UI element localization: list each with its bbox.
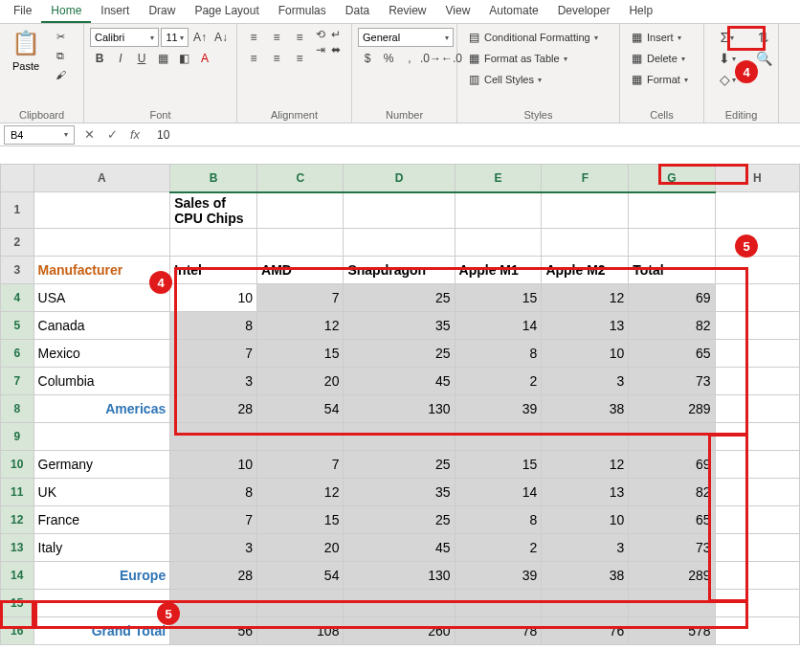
indent-icon[interactable]: ⇥ [316,43,325,56]
cell-data-r12-c4[interactable]: 10 [542,505,629,533]
cell-data-r4-c4[interactable]: 12 [542,283,629,311]
row-header-5[interactable]: 5 [1,311,34,339]
cell-grand-4[interactable]: 76 [542,616,629,644]
cell-data-r5-c3[interactable]: 14 [455,311,542,339]
cell-subtotal-1-2[interactable]: 130 [344,561,455,589]
cell-header-0[interactable]: Intel [170,256,257,283]
menu-help[interactable]: Help [619,0,662,23]
cell-blank[interactable] [542,192,629,229]
sort-filter-button[interactable]: ⇅ [746,28,781,47]
cell-B1[interactable]: Sales of CPU Chips [170,192,257,229]
col-header-H[interactable]: H [715,165,799,192]
cell-data-r10-c0[interactable]: 10 [170,450,257,478]
cell-blank[interactable] [257,192,344,229]
cell-header-5[interactable]: Total [629,256,715,283]
cell-data-r11-c1[interactable]: 12 [257,478,344,505]
cell-data-r12-c2[interactable]: 25 [344,505,455,533]
cell-blank[interactable] [257,228,344,256]
cell-blank[interactable] [33,228,170,256]
cell-data-r11-c2[interactable]: 35 [344,478,455,505]
cell-subtotal-0-4[interactable]: 38 [542,394,629,422]
cut-icon[interactable]: ✂ [50,28,71,45]
cell-subtotal-0-2[interactable]: 130 [344,394,455,422]
cell-grand-2[interactable]: 260 [344,616,455,644]
col-header-F[interactable]: F [542,165,629,192]
comma-icon[interactable]: , [400,49,419,68]
cell-blank[interactable] [715,589,799,616]
align-left-icon[interactable]: ≡ [243,49,264,68]
cell-data-r11-c0[interactable]: 8 [170,478,257,505]
cell-blank[interactable] [542,589,629,616]
row-header-3[interactable]: 3 [1,256,34,283]
cell-header-2[interactable]: Snapdragon [344,256,455,283]
font-name-select[interactable]: Calibri▾ [90,28,159,47]
select-all-corner[interactable] [1,165,34,192]
font-size-select[interactable]: 11▾ [161,28,189,47]
italic-button[interactable]: I [111,49,130,68]
cancel-icon[interactable]: ✕ [80,127,98,142]
cell-A11[interactable]: UK [33,478,170,505]
cell-data-r12-c1[interactable]: 15 [257,505,344,533]
underline-button[interactable]: U [132,49,151,68]
cell-blank[interactable] [170,422,257,450]
row-header-13[interactable]: 13 [1,533,34,561]
cell-A1[interactable] [33,192,170,229]
cell-blank[interactable] [33,589,170,616]
cell-data-r4-c1[interactable]: 7 [257,283,344,311]
cell-A12[interactable]: France [33,505,170,533]
cell-data-r10-c1[interactable]: 7 [257,450,344,478]
cell-header-3[interactable]: Apple M1 [455,256,542,283]
cell-data-r10-c3[interactable]: 15 [455,450,542,478]
col-header-D[interactable]: D [344,165,455,192]
cell-data-r4-c0[interactable]: 10 [170,283,257,311]
cell-data-r13-c0[interactable]: 3 [170,533,257,561]
decrease-font-icon[interactable]: A↓ [211,28,231,47]
cell-blank[interactable] [715,394,799,422]
cell-blank[interactable] [629,192,715,229]
menu-page-layout[interactable]: Page Layout [185,0,268,23]
percent-icon[interactable]: % [379,49,398,68]
increase-decimal-icon[interactable]: .0→ [421,49,440,68]
row-header-15[interactable]: 15 [1,589,34,616]
cell-data-r12-c5[interactable]: 65 [629,505,715,533]
cell-blank[interactable] [257,422,344,450]
conditional-formatting-button[interactable]: ▤Conditional Formatting▾ [463,28,613,47]
cell-blank[interactable] [715,283,799,311]
menu-home[interactable]: Home [41,0,91,23]
menu-formulas[interactable]: Formulas [269,0,336,23]
cell-blank[interactable] [715,561,799,589]
insert-cells-button[interactable]: ▦Insert▾ [626,28,698,47]
row-header-2[interactable]: 2 [1,228,34,256]
cell-data-r5-c5[interactable]: 82 [629,311,715,339]
cell-subtotal-label-1[interactable]: Europe [33,561,170,589]
cell-subtotal-0-5[interactable]: 289 [629,394,715,422]
cell-data-r13-c5[interactable]: 73 [629,533,715,561]
format-painter-icon[interactable]: 🖌 [50,66,71,83]
cell-data-r11-c4[interactable]: 13 [542,478,629,505]
cell-data-r7-c1[interactable]: 20 [257,367,344,394]
wrap-text-icon[interactable]: ↵ [331,28,341,41]
cell-blank[interactable] [629,589,715,616]
cell-blank[interactable] [629,422,715,450]
menu-view[interactable]: View [436,0,480,23]
cell-data-r5-c2[interactable]: 35 [344,311,455,339]
cell-blank[interactable] [715,339,799,367]
cell-data-r10-c2[interactable]: 25 [344,450,455,478]
cell-blank[interactable] [715,450,799,478]
cell-blank[interactable] [715,505,799,533]
fx-icon[interactable]: fx [126,127,144,142]
cell-header-4[interactable]: Apple M2 [542,256,629,283]
menu-review[interactable]: Review [379,0,435,23]
font-color-button[interactable]: A [195,49,214,68]
cell-data-r13-c4[interactable]: 3 [542,533,629,561]
bold-button[interactable]: B [90,49,109,68]
row-header-16[interactable]: 16 [1,616,34,644]
delete-cells-button[interactable]: ▦Delete▾ [626,49,698,68]
cell-A7[interactable]: Columbia [33,367,170,394]
cell-grand-3[interactable]: 78 [455,616,542,644]
sheet-grid[interactable]: ABCDEFGH1Sales of CPU Chips23Manufacture… [0,164,800,645]
cell-data-r7-c2[interactable]: 45 [344,367,455,394]
cell-blank[interactable] [629,228,715,256]
currency-icon[interactable]: $ [358,49,377,68]
cell-header-1[interactable]: AMD [257,256,344,283]
